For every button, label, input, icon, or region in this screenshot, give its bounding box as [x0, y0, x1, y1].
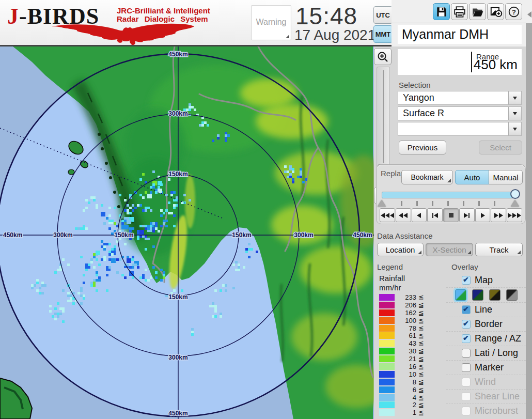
overlay-item-shear-line[interactable]: Shear Line: [446, 389, 526, 404]
print-button[interactable]: [451, 3, 468, 20]
range-ring-label: 300km: [294, 231, 313, 239]
step-forward-button[interactable]: [459, 208, 475, 222]
shear-line-checkbox[interactable]: [462, 392, 471, 401]
step-back-icon: [432, 213, 433, 218]
utc-button[interactable]: UTC: [373, 6, 393, 24]
legend-swatch: [379, 309, 395, 316]
replay-timeline-track[interactable]: [382, 192, 518, 198]
overlay-item-lati-long[interactable]: Lati / Long: [446, 346, 526, 360]
map-style-terrain-dark[interactable]: [472, 289, 483, 301]
rewind-button[interactable]: [396, 208, 411, 222]
legend-value: 10: [395, 370, 416, 378]
map-checkbox[interactable]: [462, 276, 471, 285]
warning-label: Warning: [252, 18, 291, 27]
overlay-item-range-az[interactable]: Range / AZ: [446, 331, 526, 346]
marker-checkbox[interactable]: [462, 363, 471, 372]
overlay-item-map[interactable]: Map: [446, 273, 526, 287]
chevron-down-icon: [513, 112, 517, 115]
overlay-item-microburst[interactable]: Microburst: [446, 404, 526, 418]
wind-checkbox[interactable]: [462, 378, 471, 386]
collapse-panel-arrow[interactable]: [527, 11, 531, 18]
legend-value: 6: [395, 386, 416, 394]
legend-value: 206: [395, 301, 416, 309]
floppy-icon: [435, 5, 448, 19]
step-back-button[interactable]: [427, 208, 443, 222]
bookmark-button[interactable]: Bookmark: [401, 170, 453, 184]
legend-swatch: [379, 325, 395, 332]
legend-row: 16≦: [379, 363, 445, 370]
legend-row: 61≦: [379, 332, 445, 339]
overlay-item-label: Lati / Long: [475, 348, 518, 359]
legend-rows: 233≦206≦162≦100≦78≦61≦43≦30≦21≦16≦10≦8≦6…: [379, 293, 445, 416]
legend-value: 4: [395, 394, 416, 401]
legend-row: 233≦: [379, 293, 445, 301]
open-folder-button[interactable]: [469, 3, 486, 20]
overlay-item-line[interactable]: Line: [446, 302, 526, 317]
manual-mode-button[interactable]: Manual: [489, 170, 523, 184]
zoom-in-button[interactable]: [374, 48, 392, 65]
microburst-checkbox[interactable]: [462, 407, 471, 415]
warning-panel[interactable]: Warning: [251, 5, 291, 40]
line-checkbox[interactable]: [462, 305, 471, 314]
range-az-checkbox[interactable]: [462, 334, 471, 343]
save-button[interactable]: [433, 3, 450, 20]
map-style-terrain-color[interactable]: [455, 289, 466, 301]
map-style-terrain-olive[interactable]: [489, 289, 500, 301]
play-button[interactable]: [475, 208, 491, 222]
replay-group: Replay Bookmark Auto Manual: [376, 164, 526, 224]
map-style-terrain-gray[interactable]: [506, 289, 518, 301]
legend-row: 1≦: [379, 409, 445, 416]
logo-tagline-line1: JRC-Brilliant & Intelligent: [117, 7, 210, 15]
skip-end-icon: [512, 213, 517, 218]
track-button[interactable]: Track: [475, 243, 523, 256]
replay-timeline-handle[interactable]: [510, 189, 520, 199]
map-style-row: [446, 287, 526, 302]
step-forward-icon: [468, 213, 470, 218]
overlay-item-border[interactable]: Border: [446, 317, 526, 331]
range-ring-label: 150km: [114, 231, 133, 239]
site-dropdown-arrow[interactable]: [508, 91, 521, 104]
timeline-start-marker[interactable]: [378, 200, 386, 207]
auto-mode-button[interactable]: Auto: [455, 170, 489, 184]
add-window-button[interactable]: [487, 3, 504, 20]
fast-forward-icon: [494, 213, 498, 218]
overlay-label: Overlay: [451, 262, 478, 271]
lati-long-checkbox[interactable]: [462, 349, 471, 358]
overlay-item-wind[interactable]: Wind: [446, 375, 526, 389]
skip-end-button[interactable]: [507, 208, 522, 222]
panel-scrollbar-lower[interactable]: [526, 46, 532, 419]
legend-value: 43: [395, 339, 416, 347]
toolbar: ?: [392, 0, 526, 23]
border-checkbox[interactable]: [462, 320, 471, 329]
legend-row: 43≦: [379, 339, 445, 347]
select-button[interactable]: Select: [479, 141, 522, 154]
stop-button[interactable]: [443, 208, 459, 222]
fast-forward-button[interactable]: [491, 208, 506, 222]
skip-start-button[interactable]: [380, 208, 395, 222]
option-dropdown[interactable]: [398, 122, 522, 136]
play-reverse-button[interactable]: [412, 208, 427, 222]
help-button[interactable]: ?: [505, 3, 522, 20]
legend-le-symbol: ≦: [418, 370, 424, 378]
location-button[interactable]: Location: [377, 243, 424, 256]
mmt-button[interactable]: MMT: [373, 25, 393, 43]
legend-swatch: [379, 340, 395, 347]
folder-icon: [471, 5, 484, 19]
product-dropdown[interactable]: Surface R: [398, 106, 522, 120]
legend-value: 21: [395, 355, 416, 363]
previous-button[interactable]: Previous: [399, 141, 446, 154]
panel-scrollbar[interactable]: [526, 23, 532, 46]
question-icon: ?: [507, 5, 521, 19]
x-section-button[interactable]: X-Section: [426, 243, 473, 256]
legend-value: 2: [395, 401, 416, 409]
option-dropdown-arrow[interactable]: [508, 122, 521, 135]
product-dropdown-arrow[interactable]: [508, 107, 521, 120]
overlay-item-marker[interactable]: Marker: [446, 360, 526, 375]
radar-map[interactable]: 450km300km150km150km300km450km450km300km…: [0, 46, 374, 419]
site-dropdown[interactable]: Yangon: [398, 91, 522, 105]
timeline-end-marker[interactable]: [511, 200, 519, 207]
station-name: Myanmar DMH: [402, 27, 489, 42]
legend-le-symbol: ≦: [418, 309, 424, 317]
legend-le-symbol: ≦: [418, 324, 424, 332]
panel-top: ? Myanmar DMH: [392, 0, 532, 46]
